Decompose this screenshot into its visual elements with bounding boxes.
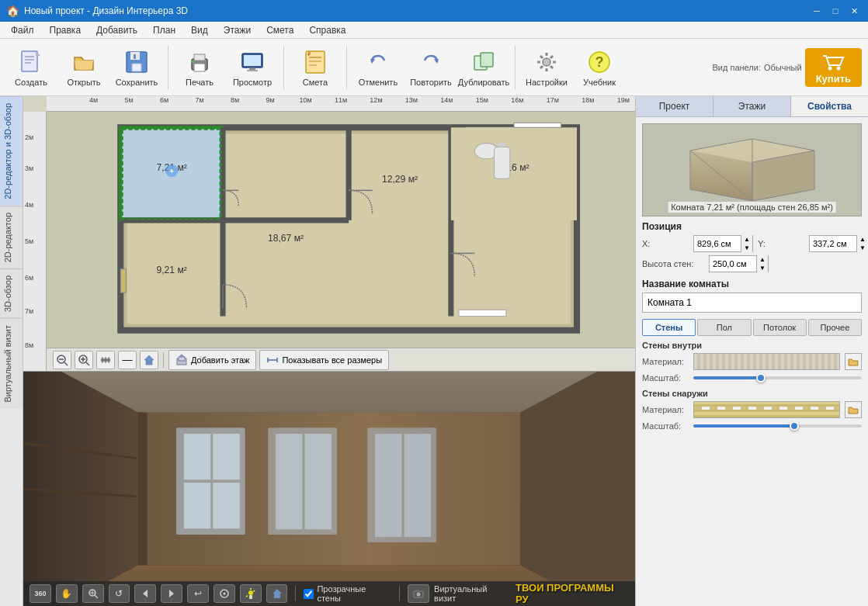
- walls-inside-material-preview[interactable]: [693, 353, 840, 370]
- undo-button[interactable]: Отменить: [353, 43, 403, 92]
- tutorial-button[interactable]: ? Учебник: [575, 43, 624, 92]
- svg-rect-66: [120, 269, 126, 293]
- y-input[interactable]: [810, 236, 856, 251]
- room-name-input[interactable]: [642, 293, 862, 313]
- svg-text:?: ?: [595, 54, 604, 70]
- print-button[interactable]: Печать: [175, 43, 224, 92]
- menu-plan[interactable]: План: [145, 23, 183, 37]
- zoom-in-button[interactable]: [75, 351, 93, 369]
- transparent-walls-checkbox-label[interactable]: Прозрачные стены: [304, 584, 391, 603]
- settings-button[interactable]: Настройки: [522, 43, 571, 92]
- view-3d[interactable]: 360 ✋ ↺ ↩: [23, 372, 635, 606]
- sidebar-tab-3d[interactable]: 3D-обзор: [0, 268, 23, 318]
- walls-outside-material-preview[interactable]: [693, 401, 840, 418]
- preview-button[interactable]: Просмотр: [227, 43, 277, 92]
- menu-file[interactable]: Файл: [3, 23, 42, 37]
- v3-camera-button[interactable]: [408, 584, 429, 603]
- height-up[interactable]: ▲: [757, 255, 768, 264]
- undo-icon: [364, 48, 392, 76]
- svg-point-122: [417, 593, 421, 597]
- walls-inside-slider[interactable]: [693, 376, 862, 379]
- maximize-button[interactable]: □: [828, 3, 843, 19]
- buy-label: Купить: [816, 73, 851, 85]
- measure-button[interactable]: [96, 351, 115, 369]
- x-up[interactable]: ▲: [741, 235, 752, 244]
- v3-360-button[interactable]: 360: [30, 584, 51, 603]
- v3-separator-2: [399, 586, 400, 601]
- minus-button[interactable]: —: [118, 351, 137, 369]
- home-2d-button[interactable]: [140, 351, 158, 369]
- v3-left-button[interactable]: [134, 584, 156, 603]
- height-input[interactable]: [710, 256, 756, 272]
- svg-rect-25: [481, 53, 493, 67]
- menu-view[interactable]: Вид: [183, 23, 216, 37]
- walls-inside-slider-thumb[interactable]: [756, 373, 766, 383]
- r-tab-project[interactable]: Проект: [636, 96, 713, 116]
- center-area: 4м 5м 6м 7м 8м 9м 10м 11м 12м 13м 14м 15…: [23, 96, 635, 606]
- walls-inside-folder-button[interactable]: [845, 353, 862, 370]
- show-dimensions-label: Показывать все размеры: [282, 355, 382, 365]
- sidebar-tab-2d3d[interactable]: 2D-редактор и 3D-обзор: [0, 96, 23, 206]
- inner-tab-ceiling[interactable]: Потолок: [753, 319, 807, 336]
- show-dimensions-button[interactable]: Показывать все размеры: [259, 350, 389, 370]
- duplicate-button[interactable]: Дублировать: [459, 43, 509, 92]
- walls-outside-folder-button[interactable]: [845, 401, 862, 418]
- menu-help[interactable]: Справка: [301, 23, 353, 37]
- svg-rect-93: [184, 483, 210, 528]
- inner-tab-walls[interactable]: Стены: [642, 319, 696, 336]
- v3-orbit-button[interactable]: [214, 584, 235, 603]
- menu-estimate[interactable]: Смета: [259, 23, 301, 37]
- walls-inside-material-label: Материал:: [642, 357, 689, 366]
- menu-floors[interactable]: Этажи: [216, 23, 259, 37]
- ruler-horizontal: 4м 5м 6м 7м 8м 9м 10м 11м 12м 13м 14м 15…: [47, 96, 635, 112]
- svg-rect-92: [213, 434, 239, 480]
- estimate-button[interactable]: ₽ Смета: [290, 43, 340, 92]
- minimize-button[interactable]: ─: [809, 3, 825, 19]
- open-button[interactable]: Открыть: [59, 43, 109, 92]
- svg-marker-4: [36, 51, 40, 56]
- v3-rotate-button[interactable]: ↺: [109, 584, 130, 603]
- position-row: X: ▲ ▼ Y: ▲ ▼: [642, 235, 862, 252]
- x-label: X:: [642, 239, 689, 248]
- svg-marker-81: [179, 354, 185, 357]
- redo-button[interactable]: Повторить: [406, 43, 456, 92]
- svg-marker-111: [143, 590, 148, 597]
- menu-add[interactable]: Добавить: [89, 23, 145, 37]
- y-down[interactable]: ▼: [857, 244, 868, 252]
- v3-right-button[interactable]: [161, 584, 182, 603]
- y-up[interactable]: ▲: [857, 235, 868, 244]
- height-down[interactable]: ▼: [757, 264, 768, 272]
- inner-tab-floor[interactable]: Пол: [697, 319, 751, 336]
- height-row: Высота стен: ▲ ▼: [642, 255, 862, 272]
- svg-marker-87: [23, 372, 138, 606]
- walls-outside-slider[interactable]: [693, 424, 862, 428]
- v3-undo-button[interactable]: ↩: [187, 584, 209, 603]
- tutorial-icon: ?: [585, 48, 613, 76]
- v3-light-button[interactable]: [240, 584, 262, 603]
- buy-button[interactable]: Купить: [805, 48, 862, 87]
- sidebar-tab-virtual[interactable]: Виртуальный визит: [0, 318, 23, 409]
- zoom-out-button[interactable]: [53, 351, 71, 369]
- add-floor-button[interactable]: Добавить этаж: [168, 350, 256, 370]
- x-input[interactable]: [694, 236, 741, 251]
- panel-view-mode: Обычный: [764, 63, 802, 72]
- close-button[interactable]: ✕: [846, 3, 862, 19]
- menu-edit[interactable]: Правка: [42, 23, 89, 37]
- create-button[interactable]: Создать: [6, 43, 56, 92]
- svg-point-26: [543, 58, 550, 66]
- tutorial-label: Учебник: [583, 78, 616, 87]
- v3-hand-button[interactable]: ✋: [56, 584, 78, 603]
- svg-rect-54: [514, 123, 561, 127]
- floor-plan[interactable]: 7,21 м² 18,67 м² 12,29 м² 6,16 м² 9,21 м…: [47, 112, 635, 348]
- r-tab-properties[interactable]: Свойства: [791, 96, 868, 116]
- r-tab-floors[interactable]: Этажи: [713, 96, 791, 116]
- x-down[interactable]: ▼: [741, 244, 752, 252]
- v3-zoom-button[interactable]: [82, 584, 104, 603]
- walls-outside-slider-thumb[interactable]: [790, 421, 799, 431]
- transparent-walls-checkbox[interactable]: [304, 589, 314, 599]
- sidebar-tab-2d[interactable]: 2D-редактор: [0, 206, 23, 268]
- save-button[interactable]: Сохранить: [112, 43, 161, 92]
- v3-home-button[interactable]: [266, 584, 288, 603]
- inner-tab-other[interactable]: Прочее: [808, 319, 862, 336]
- toolbar: Создать Открыть Сохранить Печать Просмот…: [0, 39, 868, 96]
